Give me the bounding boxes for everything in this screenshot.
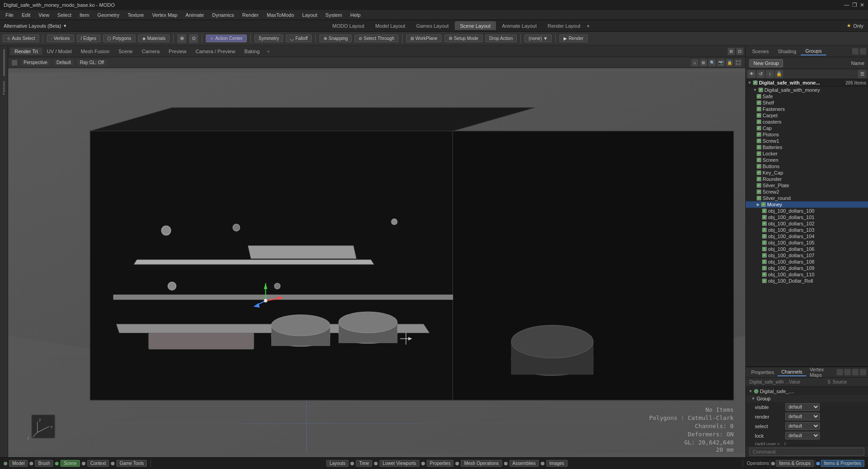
item-checkbox[interactable]: ✓	[762, 234, 767, 239]
default-label[interactable]: Default	[54, 60, 74, 65]
close-btn[interactable]: ✕	[860, 2, 864, 8]
sl-icon-eye[interactable]: 👁	[748, 70, 756, 78]
item-checkbox[interactable]: ✓	[758, 88, 763, 92]
item-checkbox[interactable]: ✓	[762, 279, 767, 283]
list-item[interactable]: ▼ ✓ Digital_safe_with_mone... 205 Items	[746, 79, 868, 87]
minimize-btn[interactable]: —	[844, 2, 849, 8]
tab-uv-model[interactable]: UV / Model	[42, 48, 76, 55]
item-checkbox[interactable]: ✓	[757, 120, 761, 124]
item-checkbox[interactable]: ✓	[757, 151, 761, 156]
list-item[interactable]: ✓ obj_100_dollars_108	[746, 259, 868, 265]
item-checkbox[interactable]: ✓	[762, 228, 767, 232]
snapping-btn[interactable]: ⊕ Snapping	[319, 35, 352, 42]
item-checkbox[interactable]: ✓	[762, 266, 767, 270]
tab-shading[interactable]: Shading	[773, 48, 801, 55]
none-dropdown-btn[interactable]: (none) ▼	[524, 35, 552, 42]
edges-btn[interactable]: / Edges	[77, 35, 100, 42]
sb-items-groups-btn[interactable]: Items & Groups	[776, 460, 813, 467]
tab-scene-layout[interactable]: Scene Layout	[455, 21, 495, 30]
setup-mode-btn[interactable]: ⚙ Setup Mode	[444, 35, 483, 42]
props-row-add-user[interactable]: (add user c...)	[746, 440, 868, 445]
right-icon-1[interactable]	[852, 48, 858, 55]
list-item-money[interactable]: ▶ ✓ Money	[746, 201, 868, 208]
sl-icon-move[interactable]: ↕	[766, 70, 774, 78]
list-item[interactable]: ✓ obj_100_dollars_100	[746, 208, 868, 214]
tab-modo-layout[interactable]: MODO Layout	[328, 22, 369, 30]
sb-layouts-btn[interactable]: Layouts	[326, 460, 349, 467]
props-row-select[interactable]: select default	[746, 421, 868, 431]
list-item[interactable]: ✓ obj_100_dollars_106	[746, 246, 868, 252]
vp-icon-home[interactable]: ⌂	[691, 59, 698, 66]
sl-icon-refresh[interactable]: ↺	[757, 70, 765, 78]
maximize-btn[interactable]: ❐	[852, 2, 857, 8]
auto-select-btn[interactable]: ⊹ Auto Select	[3, 35, 39, 42]
tab-properties[interactable]: Properties	[748, 369, 778, 376]
list-item[interactable]: ✓ Screw1	[746, 138, 868, 144]
list-item[interactable]: ✓ Buttons	[746, 163, 868, 170]
props-value-render[interactable]: default	[785, 413, 820, 420]
list-item[interactable]: ✓ obj_100_dollars_109	[746, 265, 868, 271]
vp-icon-camera[interactable]: 📷	[717, 59, 724, 66]
list-item[interactable]: ✓ obj_100_dollars_102	[746, 220, 868, 227]
name-col-header[interactable]: Name	[851, 60, 864, 66]
sb-assemblies-btn[interactable]: Assemblies	[509, 460, 539, 467]
viewport-collapse-btn[interactable]	[12, 60, 17, 65]
layout-add-btn[interactable]: +	[587, 23, 589, 29]
menu-view[interactable]: View	[35, 11, 53, 19]
viewport-tab-add[interactable]: +	[264, 49, 272, 54]
sl-icon-lock[interactable]: 🔒	[775, 70, 783, 78]
item-checkbox[interactable]: ✓	[757, 107, 761, 111]
item-checkbox[interactable]: ✓	[762, 253, 767, 258]
menu-edit[interactable]: Edit	[18, 11, 34, 19]
list-item[interactable]: ✓ Silver_Plate	[746, 182, 868, 189]
menu-maxtomodo[interactable]: MaxToModo	[263, 11, 298, 19]
list-item[interactable]: ✓ obj_100_Dollar_Roll	[746, 278, 868, 284]
particles-label[interactable]: Particles	[2, 79, 6, 97]
item-checkbox[interactable]: ✓	[762, 215, 767, 220]
item-checkbox[interactable]: ✓	[762, 221, 767, 226]
vp-icon-expand[interactable]: ⛶	[734, 59, 742, 66]
item-checkbox[interactable]: ✓	[757, 177, 761, 181]
item-checkbox[interactable]: ✓	[762, 272, 767, 277]
item-checkbox[interactable]: ✓	[761, 202, 766, 207]
vp-icon-lock[interactable]: 🔒	[726, 59, 733, 66]
sb-images-btn[interactable]: Images	[546, 460, 568, 467]
menu-file[interactable]: File	[2, 11, 17, 19]
falloff-btn[interactable]: ◡ Falloff	[286, 35, 312, 42]
item-checkbox[interactable]: ✓	[757, 164, 761, 169]
sb-lower-viewports-btn[interactable]: Lower Viewports	[379, 460, 419, 467]
menu-vertex-map[interactable]: Vertex Map	[149, 11, 181, 19]
list-item[interactable]: ▼ ✓ Digital_safe_with_money	[746, 87, 868, 93]
right-icon-2[interactable]	[860, 48, 866, 55]
item-checkbox[interactable]: ✓	[757, 126, 761, 130]
list-item[interactable]: ✓ Cap	[746, 125, 868, 131]
props-icon-2[interactable]	[844, 369, 851, 375]
render-btn[interactable]: ▶ Render	[559, 35, 588, 42]
list-item[interactable]: ✓ coasters	[746, 119, 868, 125]
ray-gl-label[interactable]: Ray GL: Off	[77, 60, 107, 65]
action-center-btn[interactable]: ⊹ Action Center	[206, 35, 247, 42]
mode-model-btn[interactable]: Model	[9, 460, 28, 467]
icon-btn-1[interactable]: ⊕	[177, 34, 186, 43]
alt-layouts-dropdown[interactable]: Alternative Layouts (Beta) ▼	[0, 23, 71, 29]
item-checkbox[interactable]: ✓	[757, 145, 761, 150]
props-row-visible[interactable]: visible default	[746, 402, 868, 412]
item-checkbox[interactable]: ✓	[757, 170, 761, 175]
materials-btn[interactable]: ◈ Materials	[138, 35, 170, 42]
list-item[interactable]: ✓ obj_100_dollars_105	[746, 239, 868, 246]
item-checkbox[interactable]: ✓	[757, 100, 761, 105]
window-controls[interactable]: — ❐ ✕	[844, 2, 864, 8]
item-checkbox[interactable]: ✓	[762, 259, 767, 264]
item-checkbox[interactable]: ✓	[757, 158, 761, 162]
item-checkbox[interactable]: ✓	[757, 139, 761, 143]
props-value-lock[interactable]: default	[785, 432, 820, 439]
tab-games-layout[interactable]: Games Layout	[412, 22, 454, 30]
sb-properties-btn[interactable]: Properties	[427, 460, 454, 467]
tab-render-tri[interactable]: Render Tri	[10, 48, 42, 55]
tab-preview[interactable]: Preview	[164, 48, 191, 55]
symmetry-btn[interactable]: Symmetry	[254, 35, 283, 42]
polygons-btn[interactable]: ⬡ Polygons	[103, 35, 135, 42]
props-icon-1[interactable]	[837, 369, 843, 375]
tab-render-layout[interactable]: Render Layout	[543, 22, 585, 30]
list-item[interactable]: ✓ Screw2	[746, 189, 868, 195]
